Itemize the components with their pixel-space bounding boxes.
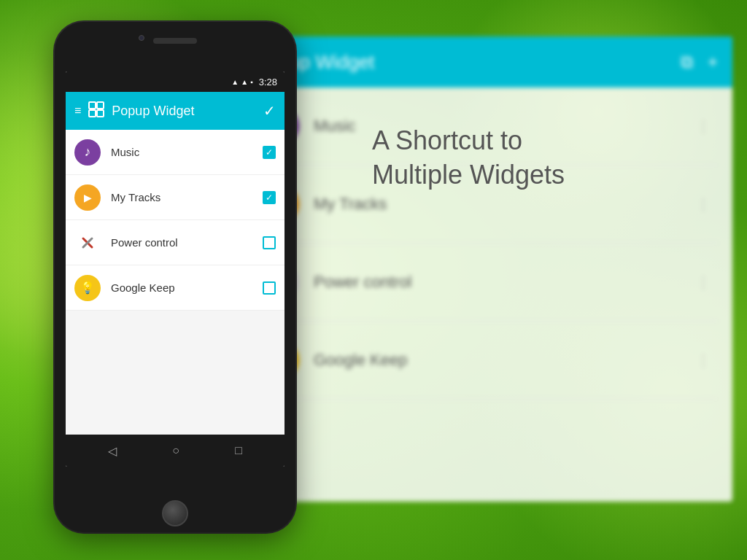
list-item-music[interactable]: ♪ Music ✓ <box>66 130 285 175</box>
back-button[interactable]: ◁ <box>108 444 117 458</box>
signal-icon: ▲ <box>241 78 248 86</box>
tagline: A Shortcut to Multiple Widgets <box>372 124 725 192</box>
nav-bar: ◁ ○ □ <box>66 435 285 467</box>
svg-rect-0 <box>89 102 96 109</box>
checkbox-my-tracks[interactable]: ✓ <box>263 191 276 204</box>
status-bar: ▲ ▲ ▪ 3:28 <box>66 71 285 92</box>
tagline-line1: A Shortcut to <box>372 124 725 158</box>
phone-screen: ▲ ▲ ▪ 3:28 ≡ Popup Widget <box>66 71 285 467</box>
app-title: Popup Widget <box>112 104 256 119</box>
app-bar: ≡ Popup Widget ✓ <box>66 92 285 130</box>
list-item-power-control[interactable]: Power control <box>66 220 285 265</box>
bg-panel-header: Popup Widget ⧉ + <box>241 36 732 88</box>
phone-speaker <box>153 38 197 44</box>
item-label-google-keep: Google Keep <box>111 281 252 294</box>
music-icon: ♪ <box>74 139 101 166</box>
checkbox-music[interactable]: ✓ <box>263 146 276 159</box>
bg-add-icon: + <box>708 52 718 72</box>
bg-item-more: ⋮ <box>696 351 711 369</box>
tagline-line2: Multiple Widgets <box>372 158 725 192</box>
item-label-my-tracks: My Tracks <box>111 191 252 203</box>
recent-button[interactable]: □ <box>235 444 242 457</box>
svg-rect-2 <box>89 110 96 117</box>
svg-rect-3 <box>97 110 104 117</box>
status-time: 3:28 <box>259 77 277 88</box>
keep-icon: 💡 <box>74 275 101 301</box>
bg-item-more: ⋮ <box>696 273 711 291</box>
bg-item-label: Google Keep <box>314 351 407 370</box>
item-label-music: Music <box>111 146 252 158</box>
wifi-icon: ▲ <box>231 78 239 86</box>
widget-icon <box>88 101 104 121</box>
checkbox-power-control[interactable] <box>263 236 276 249</box>
bg-list-item: Google Keep ⋮ <box>255 322 718 400</box>
phone-body: ▲ ▲ ▪ 3:28 ≡ Popup Widget <box>55 22 295 532</box>
phone: ▲ ▲ ▪ 3:28 ≡ Popup Widget <box>55 22 295 532</box>
item-label-power-control: Power control <box>111 236 252 249</box>
svg-rect-1 <box>97 102 104 109</box>
bg-item-label: Music <box>314 117 355 136</box>
power-icon <box>74 230 101 256</box>
bg-item-label: My Tracks <box>314 195 387 214</box>
tracks-icon: ▶ <box>74 184 101 211</box>
menu-icon[interactable]: ≡ <box>74 104 81 117</box>
widget-list: ♪ Music ✓ ▶ My Tracks ✓ <box>66 130 285 311</box>
list-item-google-keep[interactable]: 💡 Google Keep <box>66 265 285 311</box>
physical-home-button[interactable] <box>162 500 188 526</box>
battery-icon: ▪ <box>250 78 253 86</box>
bg-panel-title: Popup Widget <box>255 51 666 74</box>
bg-list-item: Power control ⋮ <box>255 244 718 322</box>
bg-item-label: Power control <box>314 273 412 292</box>
status-icons: ▲ ▲ ▪ <box>231 78 252 86</box>
check-icon[interactable]: ✓ <box>263 102 276 120</box>
bg-item-more: ⋮ <box>696 195 711 213</box>
bg-copy-icon: ⧉ <box>681 52 693 72</box>
phone-camera <box>139 35 144 41</box>
home-button[interactable]: ○ <box>172 444 179 457</box>
checkbox-google-keep[interactable] <box>263 281 276 295</box>
list-item-my-tracks[interactable]: ▶ My Tracks ✓ <box>66 175 285 220</box>
background-panel: Popup Widget ⧉ + Music ⋮ My Tracks ⋮ Pow… <box>241 36 732 502</box>
